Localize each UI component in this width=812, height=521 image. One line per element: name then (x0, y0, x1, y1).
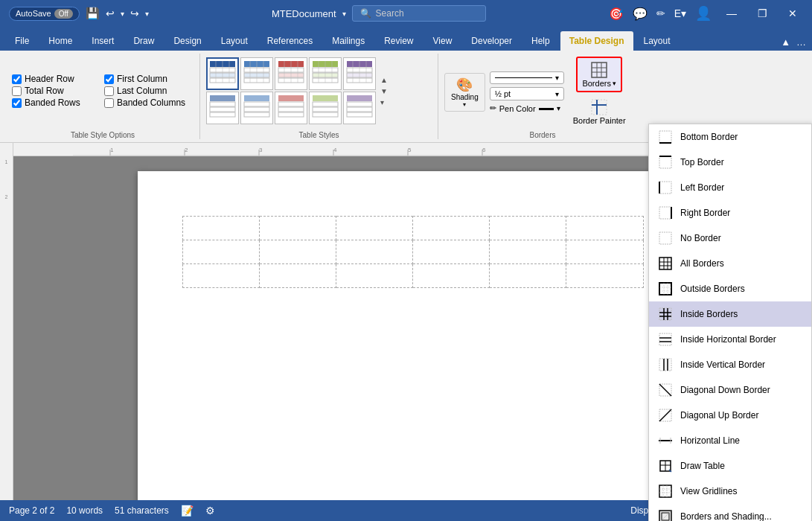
tab-home[interactable]: Home (39, 31, 81, 51)
collapse-ribbon-icon[interactable]: ▲ (781, 36, 790, 48)
tab-draw[interactable]: Draw (124, 31, 163, 51)
border-width-dropdown[interactable]: ½ pt ▾ (490, 87, 564, 100)
dropdown-item-diag-up-border[interactable]: Diagonal Up Border (649, 403, 811, 428)
undo-icon[interactable]: ↩ (106, 7, 115, 19)
tab-view[interactable]: View (424, 31, 461, 51)
doc-table[interactable] (182, 216, 644, 288)
tab-review[interactable]: Review (375, 31, 422, 51)
dropdown-item-view-gridlines[interactable]: View Gridlines (649, 479, 811, 504)
tab-mailings[interactable]: Mailings (323, 31, 374, 51)
restore-button[interactable]: ❐ (752, 6, 773, 21)
redo-icon[interactable]: ↪ (130, 7, 139, 19)
table-cell[interactable] (182, 217, 259, 240)
pen-color-button[interactable]: ✏ Pen Color ▾ (490, 103, 564, 113)
header-row-option[interactable]: Header Row (12, 74, 101, 84)
table-cell[interactable] (412, 240, 489, 264)
total-row-option[interactable]: Total Row (12, 86, 101, 96)
border-style-dropdown-icon[interactable]: ▾ (555, 74, 559, 82)
first-column-option[interactable]: First Column (104, 74, 194, 84)
table-cell[interactable] (490, 217, 566, 240)
shading-dropdown-icon[interactable]: ▾ (463, 101, 466, 108)
save-icon[interactable]: 💾 (86, 7, 100, 20)
scroll-down-btn[interactable]: ▼ (379, 86, 389, 97)
dropdown-item-diag-down-border[interactable]: Diagonal Down Border (649, 377, 811, 403)
dropdown-item-inside-v-border[interactable]: Inside Vertical Border (649, 352, 811, 377)
tab-developer[interactable]: Developer (462, 31, 521, 51)
dropdown-item-outside-borders[interactable]: Outside Borders (649, 276, 811, 301)
table-cell[interactable] (182, 240, 259, 264)
banded-columns-option[interactable]: Banded Columns (104, 98, 194, 108)
border-style-dropdown[interactable]: ▾ (490, 71, 564, 84)
borders-dropdown-icon[interactable]: ▾ (613, 80, 616, 87)
table-cell[interactable] (336, 240, 412, 264)
first-column-checkbox[interactable] (104, 74, 114, 84)
dropdown-item-bottom-border[interactable]: Bottom Border (649, 124, 811, 150)
track-changes-icon[interactable]: ⚙ (205, 505, 215, 517)
dropdown-item-left-border[interactable]: Left Border (649, 175, 811, 200)
banded-rows-checkbox[interactable] (12, 98, 22, 108)
tab-references[interactable]: References (258, 31, 322, 51)
table-style-4[interactable] (309, 57, 342, 90)
tab-insert[interactable]: Insert (83, 31, 123, 51)
table-cell[interactable] (412, 217, 489, 240)
table-cell[interactable] (336, 264, 412, 288)
table-style-6[interactable] (206, 92, 239, 124)
table-cell[interactable] (259, 217, 336, 240)
proofing-icon[interactable]: 📝 (181, 505, 194, 517)
borders-button[interactable]: Borders ▾ (576, 57, 622, 92)
ribbon-icon[interactable]: 🎯 (609, 7, 624, 21)
autosave-state[interactable]: Off (54, 9, 73, 19)
table-style-3[interactable] (275, 57, 307, 90)
scroll-up-btn[interactable]: ▲ (379, 74, 389, 86)
table-style-5[interactable] (343, 57, 376, 90)
tab-table-layout[interactable]: Layout (635, 31, 680, 51)
dropdown-item-draw-table[interactable]: Draw Table (649, 453, 811, 479)
border-width-dropdown-icon[interactable]: ▾ (555, 90, 559, 98)
account-icon[interactable]: 👤 (695, 5, 712, 22)
table-style-8[interactable] (275, 92, 307, 124)
table-cell[interactable] (566, 240, 643, 264)
table-cell[interactable] (259, 240, 336, 264)
scroll-more-btn[interactable]: ▾ (379, 97, 389, 108)
dropdown-item-no-border[interactable]: No Border (649, 226, 811, 251)
search-box[interactable]: 🔍 Search (352, 5, 486, 22)
share-icon[interactable]: ✏ (656, 7, 665, 19)
doc-dropdown-icon[interactable]: ▾ (342, 10, 346, 18)
table-cell[interactable] (566, 217, 643, 240)
autosave-toggle[interactable]: AutoSave Off (9, 7, 80, 21)
more-options-icon[interactable]: … (796, 36, 806, 48)
last-column-checkbox[interactable] (104, 86, 114, 96)
dropdown-item-inside-borders[interactable]: Inside Borders (649, 301, 811, 327)
table-style-1[interactable] (206, 57, 239, 90)
table-style-9[interactable] (309, 92, 342, 124)
table-cell[interactable] (566, 264, 643, 288)
table-style-2[interactable] (240, 57, 273, 90)
close-button[interactable]: ✕ (782, 6, 803, 21)
minimize-button[interactable]: — (720, 6, 743, 21)
table-cell[interactable] (412, 264, 489, 288)
tab-layout[interactable]: Layout (212, 31, 257, 51)
banded-columns-checkbox[interactable] (104, 98, 114, 108)
border-painter-button[interactable]: Border Painter (569, 95, 630, 128)
table-cell[interactable] (490, 240, 566, 264)
dropdown-item-inside-h-border[interactable]: Inside Horizontal Border (649, 327, 811, 352)
total-row-checkbox[interactable] (12, 86, 22, 96)
dropdown-item-borders-shading[interactable]: Borders and Shading... (649, 504, 811, 521)
banded-rows-option[interactable]: Banded Rows (12, 98, 101, 108)
dropdown-item-top-border[interactable]: Top Border (649, 150, 811, 175)
table-style-10[interactable] (343, 92, 376, 124)
shading-button[interactable]: 🎨 Shading ▾ (444, 73, 485, 112)
tab-file[interactable]: File (6, 31, 38, 51)
undo-dropdown-icon[interactable]: ▾ (121, 10, 124, 18)
edit-icon[interactable]: E▾ (674, 7, 686, 19)
table-cell[interactable] (336, 217, 412, 240)
pen-color-dropdown-icon[interactable]: ▾ (557, 104, 560, 112)
comments-icon[interactable]: 💬 (633, 7, 648, 21)
table-style-7[interactable] (240, 92, 273, 124)
tab-help[interactable]: Help (522, 31, 559, 51)
table-cell[interactable] (490, 264, 566, 288)
last-column-option[interactable]: Last Column (104, 86, 194, 96)
quick-access-more-icon[interactable]: ▾ (145, 10, 149, 18)
table-cell[interactable] (182, 264, 259, 288)
dropdown-item-right-border[interactable]: Right Border (649, 200, 811, 226)
